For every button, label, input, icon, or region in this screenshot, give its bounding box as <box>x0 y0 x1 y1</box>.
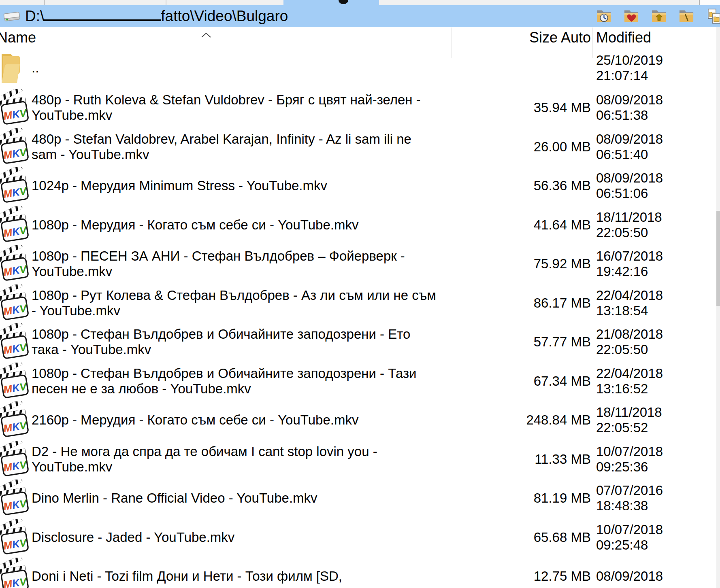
file-size: 12.75 MB <box>419 569 593 584</box>
modified-time: 09:25:48 <box>596 537 663 553</box>
modified-time: 22:05:52 <box>596 420 662 435</box>
file-modified: 08/09/2018 <box>596 569 663 584</box>
modified-date: 08/09/2018 <box>596 569 663 584</box>
file-row[interactable]: MKV Dino Merlin - Rane Official Video - … <box>0 479 717 518</box>
file-row[interactable]: MKV 1080p - Стефан Вълдобрев и Обичайнит… <box>0 323 717 362</box>
parent-dir-row[interactable]: .. 25/10/2019 21:07:14 <box>0 48 717 88</box>
mkv-clapperboard-icon: MKV <box>0 284 29 322</box>
mkv-clapperboard-icon: MKV <box>0 245 29 282</box>
file-row[interactable]: MKV Disclosure - Jaded - YouTube.mkv 65.… <box>0 518 717 557</box>
path-bar[interactable]: D:\fatto\Video\Bulgaro <box>0 5 720 27</box>
file-modified: 10/07/2018 09:25:36 <box>596 444 663 475</box>
redacted-path-segment <box>44 19 161 21</box>
modified-date: 25/10/2019 <box>596 53 663 68</box>
file-name[interactable]: 1080p - Рут Колева & Стефан Вълдобрев - … <box>32 288 419 318</box>
file-row[interactable]: MKV 1080p - Рут Колева & Стефан Вълдобре… <box>0 284 717 323</box>
column-header-name[interactable]: Name <box>0 29 36 46</box>
file-name[interactable]: 1080p - Стефан Вълдобрев и Обичайните за… <box>32 366 419 397</box>
file-size: 56.36 MB <box>419 178 593 193</box>
copy-documents-button[interactable] <box>706 8 720 24</box>
vertical-scrollbar[interactable] <box>716 27 720 588</box>
modified-time: 13:16:52 <box>596 381 663 397</box>
file-modified: 25/10/2019 21:07:14 <box>596 53 663 83</box>
file-row[interactable]: MKV 1080p - Мерудия - Когато съм себе си… <box>0 206 717 245</box>
modified-date: 18/11/2018 <box>596 210 662 225</box>
file-icon-cell: MKV <box>0 519 32 556</box>
file-name[interactable]: .. <box>32 60 419 76</box>
file-size: 11.33 MB <box>419 452 593 467</box>
mkv-clapperboard-icon: MKV <box>0 480 29 517</box>
file-name[interactable]: 480p - Ruth Koleva & Stefan Vuldobrev - … <box>32 92 419 123</box>
file-icon-cell: MKV <box>0 441 32 478</box>
file-size: 75.92 MB <box>419 256 593 272</box>
tab-bar-right-button[interactable] <box>699 0 720 5</box>
column-header-size[interactable]: Size Auto <box>419 29 591 46</box>
mkv-clapperboard-icon: MKV <box>0 89 29 126</box>
file-row[interactable]: MKV D2 - Не мога да спра да те обичам I … <box>0 440 717 479</box>
file-modified: 08/09/2018 06:51:38 <box>596 92 663 123</box>
modified-time: 06:51:38 <box>596 108 663 123</box>
mkv-clapperboard-icon: MKV <box>0 128 29 166</box>
mkv-clapperboard-icon: MKV <box>0 558 29 588</box>
file-row[interactable]: MKV 480p - Ruth Koleva & Stefan Vuldobre… <box>0 88 717 127</box>
file-modified: 08/09/2018 06:51:06 <box>596 170 663 201</box>
modified-time: 21:07:14 <box>596 68 663 83</box>
file-name[interactable]: 1080p - Мерудия - Когато съм себе си - Y… <box>32 217 419 233</box>
file-size: 65.68 MB <box>419 530 593 545</box>
file-name[interactable]: 1080p - Стефан Вълдобрев и Обичайните за… <box>32 327 419 357</box>
file-name[interactable]: Doni i Neti - Tozi film Дони и Нети - То… <box>32 569 419 584</box>
panel-toolbar <box>596 8 720 24</box>
modified-time: 06:51:06 <box>596 186 663 201</box>
mkv-clapperboard-icon: MKV <box>0 323 29 361</box>
modified-date: 10/07/2018 <box>596 522 663 537</box>
file-name[interactable]: 1080p - ПЕСЕН ЗА АНИ - Стефан Вълдобрев … <box>32 248 419 279</box>
tab-separator <box>166 0 166 5</box>
file-row[interactable]: MKV 1080p - ПЕСЕН ЗА АНИ - Стефан Вълдоб… <box>0 244 717 284</box>
file-list: .. 25/10/2019 21:07:14 MKV <box>0 48 717 588</box>
scrollbar-thumb[interactable] <box>716 211 720 306</box>
tab-bar <box>0 0 720 5</box>
drive-icon <box>2 10 21 23</box>
file-row[interactable]: MKV 2160p - Мерудия - Когато съм себе си… <box>0 401 717 440</box>
modified-date: 16/07/2018 <box>596 248 663 264</box>
active-tab[interactable] <box>283 0 379 5</box>
mkv-clapperboard-icon: MKV <box>0 167 29 204</box>
folder-up-button[interactable] <box>651 8 667 24</box>
modified-date: 08/09/2018 <box>596 170 663 186</box>
file-row[interactable]: MKV 480p - Stefan Valdobrev, Arabel Kara… <box>0 127 717 167</box>
file-size: 86.17 MB <box>419 295 593 311</box>
file-icon-cell: MKV <box>0 128 32 166</box>
file-size: 41.64 MB <box>419 217 593 233</box>
modified-date: 08/09/2018 <box>596 92 663 108</box>
modified-date: 08/09/2018 <box>596 132 663 147</box>
file-icon-cell: MKV <box>0 206 32 244</box>
file-modified: 08/09/2018 06:51:40 <box>596 132 663 162</box>
tab-separator <box>44 0 45 5</box>
modified-date: 21/08/2018 <box>596 327 663 342</box>
folder-history-button[interactable] <box>596 8 612 24</box>
file-name[interactable]: 1024p - Мерудия Minimum Stress - YouTube… <box>32 178 419 193</box>
file-name[interactable]: 2160p - Мерудия - Когато съм себе си - Y… <box>32 412 419 428</box>
file-row[interactable]: MKV 1080p - Стефан Вълдобрев и Обичайнит… <box>0 362 717 401</box>
file-icon-cell: MKV <box>0 323 32 361</box>
folder-favorites-button[interactable] <box>624 8 639 24</box>
file-name[interactable]: Dino Merlin - Rane Official Video - YouT… <box>32 490 419 506</box>
file-modified: 18/11/2018 22:05:50 <box>596 210 662 240</box>
file-row[interactable]: MKV 1024p - Мерудия Minimum Stress - You… <box>0 166 717 206</box>
file-size: 81.19 MB <box>419 490 593 506</box>
file-icon-cell: MKV <box>0 284 32 322</box>
file-modified: 18/11/2018 22:05:52 <box>596 405 662 435</box>
mkv-clapperboard-icon: MKV <box>0 441 29 478</box>
folder-icon <box>1 51 26 85</box>
file-modified: 22/04/2018 13:16:52 <box>596 366 663 397</box>
file-icon-cell: MKV <box>0 167 32 204</box>
file-name[interactable]: 480p - Stefan Valdobrev, Arabel Karajan,… <box>32 132 419 162</box>
file-icon-cell: MKV <box>0 401 32 439</box>
modified-date: 22/04/2018 <box>596 366 663 381</box>
column-header-modified[interactable]: Modified <box>596 29 651 46</box>
folder-root-button[interactable] <box>679 8 694 24</box>
file-row[interactable]: MKV Doni i Neti - Tozi film Дони и Нети … <box>0 557 717 588</box>
file-name[interactable]: D2 - Не мога да спра да те обичам I cant… <box>32 444 419 475</box>
file-name[interactable]: Disclosure - Jaded - YouTube.mkv <box>32 530 419 545</box>
modified-time: 22:05:50 <box>596 342 663 357</box>
